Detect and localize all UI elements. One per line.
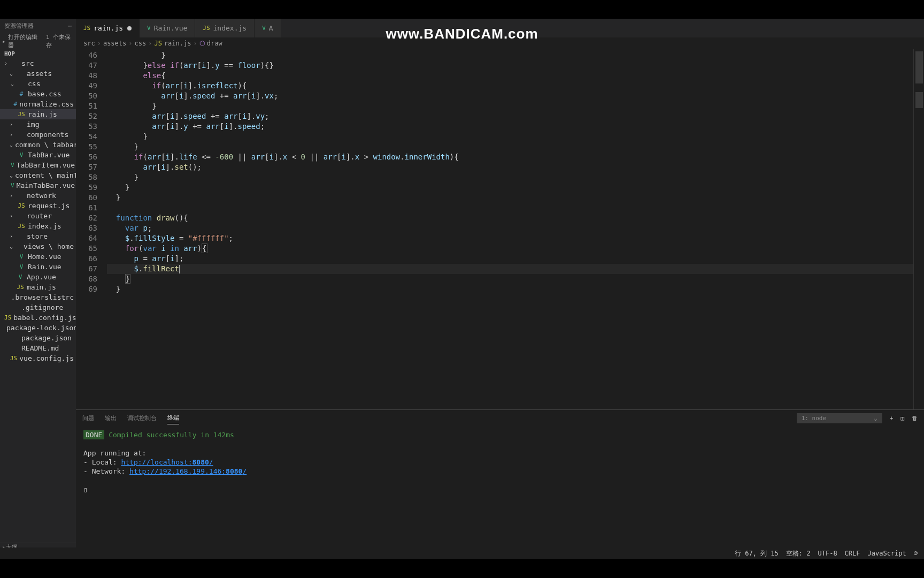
tree-item-base-css[interactable]: #base.css (0, 89, 76, 99)
tree-item-css[interactable]: ⌄css (0, 79, 76, 89)
tree-item-babel-config-js[interactable]: JSbabel.config.js (0, 313, 76, 323)
tab-rain-js[interactable]: JSrain.js (76, 19, 140, 37)
tree-item-assets[interactable]: ⌄assets (0, 69, 76, 79)
tab-a[interactable]: VA (255, 19, 281, 37)
code-editor[interactable]: 4647484950515253545556575859606162636465… (76, 49, 924, 409)
trash-icon[interactable]: 🗑 (912, 415, 918, 422)
tree-item-rain-vue[interactable]: VRain.vue (0, 262, 76, 272)
explorer-header: 资源管理器 ⋯ (0, 19, 76, 33)
panel-tab-1[interactable]: 输出 (105, 412, 117, 424)
tree-item-main-js[interactable]: JSmain.js (0, 282, 76, 292)
watermark: www.BANDICAM.com (386, 26, 538, 42)
tree-item-normalize-css[interactable]: #normalize.css (0, 99, 76, 109)
tree-item-network[interactable]: ›network (0, 191, 76, 201)
panel-tabs: 问题输出调试控制台终端1: node⌄+◫🗑 (76, 410, 924, 426)
eol-status[interactable]: CRLF (845, 550, 860, 557)
tree-item-package-json[interactable]: package.json (0, 333, 76, 343)
encoding-status[interactable]: UTF-8 (818, 550, 837, 557)
line-gutter: 4647484950515253545556575859606162636465… (76, 49, 107, 409)
panel-tab-2[interactable]: 调试控制台 (127, 412, 157, 424)
tree-item-src[interactable]: ›src (0, 58, 76, 69)
file-tree: ›src⌄assets⌄css#base.css#normalize.cssJS… (0, 58, 76, 543)
chevron-down-icon: ⌄ (874, 415, 877, 422)
tree-item-package-lock-json[interactable]: package-lock.json (0, 323, 76, 333)
panel-tab-0[interactable]: 问题 (82, 412, 94, 424)
panel-tab-3[interactable]: 终端 (167, 412, 179, 424)
tree-item-components[interactable]: ›components (0, 130, 76, 140)
tree-item-readme-md[interactable]: README.md (0, 343, 76, 353)
tree-item-tabbaritem-vue[interactable]: VTabBarItem.vue (0, 160, 76, 170)
split-terminal-icon[interactable]: ◫ (900, 415, 904, 422)
status-bar: 行 67, 列 15 空格: 2 UTF-8 CRLF JavaScript ☺ (0, 547, 924, 559)
tree-item-views-home[interactable]: ⌄views \ home (0, 241, 76, 252)
tree-item--browserslistrc[interactable]: .browserslistrc (0, 292, 76, 302)
indent-status[interactable]: 空格: 2 (786, 549, 811, 558)
tree-item-index-js[interactable]: JSindex.js (0, 221, 76, 231)
tree-item-img[interactable]: ›img (0, 119, 76, 130)
new-terminal-icon[interactable]: + (890, 415, 894, 422)
tree-item-request-js[interactable]: JSrequest.js (0, 201, 76, 211)
more-icon[interactable]: ⋯ (68, 22, 72, 29)
project-name[interactable]: HOP (0, 49, 76, 58)
tree-item-rain-js[interactable]: JSrain.js (0, 109, 76, 119)
tree-item-tabbar-vue[interactable]: VTabBar.vue (0, 150, 76, 160)
tree-item-content-maintabbar[interactable]: ⌄content \ mainTabbar (0, 170, 76, 180)
tree-item-router[interactable]: ›router (0, 211, 76, 221)
tree-item--gitignore[interactable]: .gitignore (0, 302, 76, 313)
terminal-select[interactable]: 1: node⌄ (797, 413, 882, 423)
tree-item-common-tabbar[interactable]: ⌄common \ tabbar (0, 140, 76, 150)
cursor-position[interactable]: 行 67, 列 15 (735, 549, 779, 558)
tree-item-home-vue[interactable]: VHome.vue (0, 252, 76, 262)
feedback-icon[interactable]: ☺ (914, 550, 918, 557)
terminal-output[interactable]: DONE Compiled successfully in 142ms App … (76, 426, 924, 559)
tree-item-vue-config-js[interactable]: JSvue.config.js (0, 353, 76, 363)
tree-item-app-vue[interactable]: VApp.vue (0, 272, 76, 282)
minimap[interactable] (913, 49, 924, 409)
bottom-panel: 问题输出调试控制台终端1: node⌄+◫🗑 DONE Compiled suc… (76, 409, 924, 559)
open-editors-header[interactable]: ▸ 打开的编辑器 1 个未保存 (0, 33, 76, 49)
tab-index-js[interactable]: JSindex.js (195, 19, 255, 37)
tab-rain-vue[interactable]: VRain.vue (140, 19, 195, 37)
code-area[interactable]: } }else if(arr[i].y == floor){} else{ if… (107, 49, 913, 409)
language-status[interactable]: JavaScript (868, 550, 906, 557)
tree-item-store[interactable]: ›store (0, 231, 76, 241)
sidebar: 资源管理器 ⋯ ▸ 打开的编辑器 1 个未保存 HOP ›src⌄assets⌄… (0, 19, 76, 559)
tree-item-maintabbar-vue[interactable]: VMainTabBar.vue (0, 180, 76, 191)
